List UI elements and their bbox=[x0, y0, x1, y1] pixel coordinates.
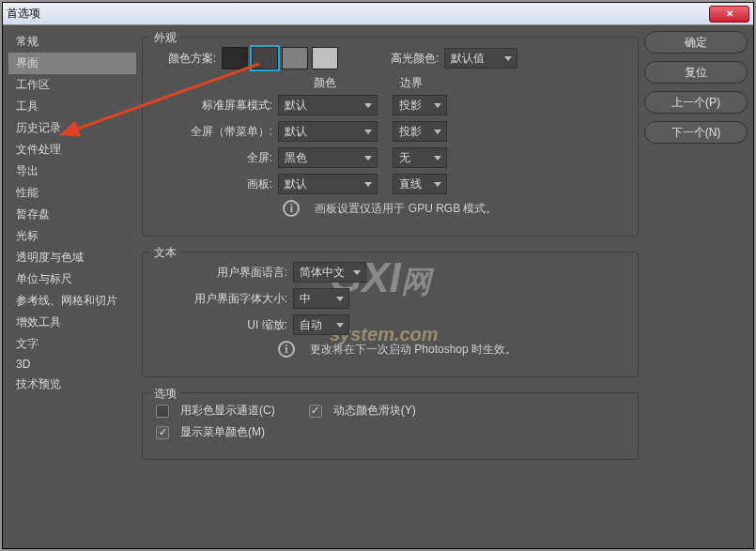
text-note: 更改将在下一次启动 Photoshop 时生效。 bbox=[310, 342, 517, 358]
dynamic-sliders-checkbox[interactable] bbox=[309, 405, 322, 418]
next-button[interactable]: 下一个(N) bbox=[644, 121, 748, 144]
sidebar-item-5[interactable]: 文件处理 bbox=[8, 139, 136, 161]
sidebar-item-9[interactable]: 光标 bbox=[8, 225, 136, 247]
text-group: 文本 用户界面语言:简体中文 用户界面字体大小:中 UI 缩放:自动 i 更改将… bbox=[142, 252, 639, 377]
sidebar-item-11[interactable]: 单位与标尺 bbox=[8, 268, 136, 290]
sidebar-item-12[interactable]: 参考线、网格和切片 bbox=[8, 290, 136, 312]
swatch-3[interactable] bbox=[312, 47, 338, 69]
mode-border-select-1[interactable]: 投影 bbox=[393, 121, 447, 142]
mode-label-0: 标准屏幕模式: bbox=[156, 98, 272, 114]
color-channels-checkbox[interactable] bbox=[156, 405, 169, 418]
preferences-dialog: 首选项 ✕ 常规界面工作区工具历史记录文件处理导出性能暂存盘光标透明度与色域单位… bbox=[2, 2, 754, 549]
mode-border-select-3[interactable]: 直线 bbox=[393, 174, 447, 194]
cb3-label: 显示菜单颜色(M) bbox=[180, 424, 265, 440]
mode-label-3: 画板: bbox=[156, 176, 272, 192]
lang-select[interactable]: 简体中文 bbox=[293, 262, 366, 283]
scale-label: UI 缩放: bbox=[156, 317, 287, 333]
mode-color-select-3[interactable]: 默认 bbox=[278, 174, 378, 194]
prev-button[interactable]: 上一个(P) bbox=[644, 91, 748, 114]
menu-colors-checkbox[interactable] bbox=[156, 426, 169, 439]
titlebar: 首选项 ✕ bbox=[3, 3, 753, 25]
sidebar-item-14[interactable]: 文字 bbox=[8, 333, 136, 355]
sidebar-item-0[interactable]: 常规 bbox=[8, 31, 136, 53]
mode-border-select-2[interactable]: 无 bbox=[393, 147, 447, 168]
sidebar-item-8[interactable]: 暂存盘 bbox=[8, 204, 136, 225]
mode-color-select-1[interactable]: 默认 bbox=[278, 121, 378, 142]
info-icon: i bbox=[278, 341, 295, 358]
right-buttons: 确定 复位 上一个(P) 下一个(N) bbox=[644, 31, 748, 543]
sidebar-item-7[interactable]: 性能 bbox=[8, 182, 136, 204]
sidebar-item-13[interactable]: 增效工具 bbox=[8, 312, 136, 333]
reset-button[interactable]: 复位 bbox=[644, 61, 748, 84]
cb1-label: 用彩色显示通道(C) bbox=[180, 403, 275, 419]
sidebar-item-4[interactable]: 历史记录 bbox=[8, 117, 136, 139]
dialog-title: 首选项 bbox=[7, 6, 709, 22]
options-group: 选项 用彩色显示通道(C) 动态颜色滑块(Y) 显示菜单颜色(M) bbox=[142, 392, 639, 460]
sidebar-item-6[interactable]: 导出 bbox=[8, 161, 136, 182]
info-icon: i bbox=[283, 200, 300, 217]
cb2-label: 动态颜色滑块(Y) bbox=[333, 403, 416, 419]
sidebar-item-16[interactable]: 技术预览 bbox=[8, 374, 136, 395]
sidebar-item-10[interactable]: 透明度与色域 bbox=[8, 247, 136, 268]
highlight-select[interactable]: 默认值 bbox=[444, 48, 517, 69]
sidebar-item-15[interactable]: 3D bbox=[8, 355, 136, 374]
col-color: 颜色 bbox=[278, 75, 372, 91]
col-border: 边界 bbox=[381, 75, 441, 91]
sidebar-item-3[interactable]: 工具 bbox=[8, 96, 136, 117]
content: 常规界面工作区工具历史记录文件处理导出性能暂存盘光标透明度与色域单位与标尺参考线… bbox=[3, 25, 753, 548]
sidebar: 常规界面工作区工具历史记录文件处理导出性能暂存盘光标透明度与色域单位与标尺参考线… bbox=[8, 31, 136, 543]
mode-label-1: 全屏（带菜单）: bbox=[156, 124, 272, 140]
text-title: 文本 bbox=[150, 245, 180, 261]
scale-select[interactable]: 自动 bbox=[293, 314, 349, 335]
swatch-1[interactable] bbox=[252, 47, 278, 69]
color-scheme-label: 颜色方案: bbox=[156, 51, 216, 67]
highlight-label: 高光颜色: bbox=[391, 51, 439, 67]
swatch-0[interactable] bbox=[222, 47, 248, 69]
size-select[interactable]: 中 bbox=[293, 288, 349, 309]
close-button[interactable]: ✕ bbox=[709, 6, 749, 23]
mode-color-select-2[interactable]: 黑色 bbox=[278, 147, 378, 168]
sidebar-item-2[interactable]: 工作区 bbox=[8, 74, 136, 96]
mode-color-select-0[interactable]: 默认 bbox=[278, 95, 378, 115]
options-title: 选项 bbox=[150, 386, 180, 402]
main-panel: 外观 颜色方案: 高光颜色: 默认值 颜色 边界 标准屏幕模式:默认投影全屏（带… bbox=[142, 31, 639, 543]
mode-border-select-0[interactable]: 投影 bbox=[393, 95, 447, 115]
sidebar-item-1[interactable]: 界面 bbox=[8, 53, 136, 74]
size-label: 用户界面字体大小: bbox=[156, 291, 287, 307]
appearance-title: 外观 bbox=[150, 30, 180, 46]
ok-button[interactable]: 确定 bbox=[644, 31, 748, 54]
mode-label-2: 全屏: bbox=[156, 150, 272, 166]
lang-label: 用户界面语言: bbox=[156, 265, 287, 281]
appearance-note: 画板设置仅适用于 GPU RGB 模式。 bbox=[315, 201, 497, 217]
swatch-2[interactable] bbox=[282, 47, 308, 69]
color-scheme-swatches bbox=[222, 47, 338, 69]
appearance-group: 外观 颜色方案: 高光颜色: 默认值 颜色 边界 标准屏幕模式:默认投影全屏（带… bbox=[142, 37, 639, 237]
